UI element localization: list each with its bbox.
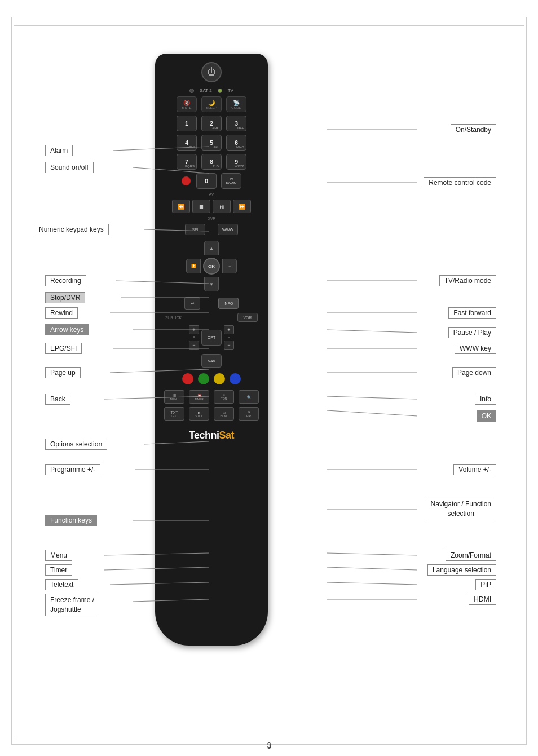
remote-code-label: Remote control code bbox=[424, 177, 496, 188]
svg-line-21 bbox=[327, 330, 417, 333]
num-row-1: 1 2ABC 3DEF bbox=[161, 116, 262, 131]
info-button[interactable]: INFO bbox=[218, 298, 239, 309]
txt-button[interactable]: TXT TEXT bbox=[164, 407, 184, 421]
num-2[interactable]: 2ABC bbox=[201, 116, 222, 131]
zoom-button[interactable]: 🔍 bbox=[239, 390, 259, 404]
sat2-label: SAT 2 bbox=[200, 88, 212, 93]
dvr-label: DVR bbox=[161, 216, 262, 220]
opt-button[interactable]: OPT bbox=[201, 330, 222, 346]
menu-button[interactable]: ☰ MENU bbox=[164, 390, 184, 404]
top-border-line bbox=[14, 25, 524, 26]
source-row: SAT 2 TV bbox=[189, 88, 233, 93]
code-button[interactable]: 📡 CODE bbox=[226, 96, 246, 112]
timer-button[interactable]: ⏰ TIMER bbox=[189, 390, 209, 404]
still-button[interactable]: ▶ STILL bbox=[189, 407, 209, 421]
color-buttons bbox=[182, 373, 241, 384]
sat1-indicator bbox=[189, 89, 194, 93]
stop-dvr-label: Stop/DVR bbox=[45, 292, 85, 303]
vol-minus[interactable]: − bbox=[224, 341, 234, 350]
menu-label: Menu bbox=[45, 550, 72, 561]
av-label: AV bbox=[161, 192, 262, 196]
num-7[interactable]: 7PQRS bbox=[177, 154, 197, 170]
bottom-row-1: ☰ MENU ⏰ TIMER ♫ TON 🔍 bbox=[161, 390, 262, 404]
navigation-cross: ▲ ⏫ OK ≡ ▼ bbox=[186, 241, 237, 291]
vol-plus-minus: + − − bbox=[224, 325, 234, 350]
green-button[interactable] bbox=[198, 373, 209, 384]
num-0[interactable]: 0 bbox=[196, 173, 217, 189]
num-8[interactable]: 8TUV bbox=[201, 154, 222, 170]
nav-up-button[interactable]: ▲ bbox=[204, 241, 219, 255]
svg-line-24 bbox=[327, 396, 417, 399]
num-3[interactable]: 3DEF bbox=[226, 116, 246, 131]
options-selection-label: Options selection bbox=[45, 439, 107, 450]
hdmi-switch-button[interactable]: ⊞ HDMI bbox=[214, 407, 234, 421]
tv-indicator bbox=[218, 89, 222, 93]
nav-left-button[interactable]: ⏫ bbox=[186, 259, 201, 273]
arrow-keys-label: Arrow keys bbox=[45, 324, 89, 335]
svg-line-30 bbox=[327, 582, 417, 585]
prog-minus[interactable]: − bbox=[189, 341, 199, 350]
prog-plus-minus: + P − bbox=[189, 325, 199, 350]
rewind-button[interactable]: ⏪ bbox=[172, 200, 190, 213]
tv-radio-button[interactable]: TVRADIO bbox=[221, 173, 241, 189]
svg-line-29 bbox=[327, 567, 417, 570]
red-button[interactable] bbox=[182, 373, 193, 384]
sfi-nav-www-row: SFI WWW bbox=[161, 224, 262, 235]
volume-pm-label: Volume +/- bbox=[453, 464, 496, 475]
yellow-button[interactable] bbox=[214, 373, 225, 384]
blue-button[interactable] bbox=[230, 373, 241, 384]
brand-sat: Sat bbox=[219, 430, 235, 441]
num-1[interactable]: 1 bbox=[177, 116, 197, 131]
fast-forward-button[interactable]: ⏩ bbox=[233, 200, 251, 213]
opt-section: + P − OPT + − − bbox=[161, 325, 262, 350]
www-button[interactable]: WWW bbox=[218, 224, 238, 235]
nav-ok-button[interactable]: OK bbox=[203, 258, 220, 275]
prog-label: P bbox=[189, 335, 199, 339]
back-info-row: ↩ INFO bbox=[161, 297, 262, 310]
nav-button[interactable]: NAV bbox=[201, 354, 222, 368]
sfi-button[interactable]: SFI bbox=[185, 224, 205, 235]
tv-label: TV bbox=[228, 88, 233, 93]
svg-line-25 bbox=[327, 410, 417, 416]
timer-label: Timer bbox=[45, 564, 72, 576]
connector-lines bbox=[23, 37, 513, 724]
nav-right-button[interactable]: ≡ bbox=[222, 259, 237, 273]
stop-button[interactable]: ⏹ bbox=[192, 200, 210, 213]
rewind-label: Rewind bbox=[45, 307, 78, 319]
prog-plus[interactable]: + bbox=[189, 325, 199, 334]
zoom-format-label: Zoom/Format bbox=[446, 550, 496, 561]
on-standby-label: On/Standby bbox=[451, 124, 496, 135]
power-button[interactable]: ⏻ bbox=[201, 62, 222, 82]
ok-label: OK bbox=[477, 410, 496, 422]
pause-play-label: Pause / Play bbox=[448, 327, 496, 338]
page-up-label: Page up bbox=[45, 367, 81, 378]
record-button[interactable] bbox=[182, 176, 191, 185]
zurück-vor-row: ZURÜCK VOR bbox=[161, 313, 262, 322]
num-9[interactable]: 9WXYZ bbox=[226, 154, 246, 170]
num-5[interactable]: 5JKL bbox=[201, 135, 222, 151]
vor-button[interactable]: VOR bbox=[237, 313, 258, 322]
page-down-label: Page down bbox=[452, 367, 496, 378]
vol-plus[interactable]: + bbox=[224, 325, 234, 334]
svg-line-28 bbox=[327, 553, 417, 555]
nav-down-button[interactable]: ▼ bbox=[204, 277, 219, 291]
alarm-label: Alarm bbox=[45, 145, 73, 156]
brand-label: TechniSat bbox=[189, 430, 234, 441]
pip-button[interactable]: ⧉ PiP bbox=[239, 407, 259, 421]
tv-radio-label: TV/Radio mode bbox=[439, 275, 496, 286]
ton-button[interactable]: ♫ TON bbox=[214, 390, 234, 404]
fast-forward-label: Fast forward bbox=[448, 307, 496, 319]
zurück-label: ZURÜCK bbox=[165, 316, 182, 320]
recording-label: Recording bbox=[45, 275, 86, 286]
sleep-button[interactable]: 🌙 SLEEP bbox=[201, 96, 222, 112]
freeze-frame-label: Freeze frame /Jogshuttle bbox=[45, 594, 99, 616]
info-label: Info bbox=[475, 394, 496, 405]
bottom-border-line bbox=[14, 739, 524, 739]
mute-button[interactable]: 🔇 MUTE bbox=[177, 96, 197, 112]
num-4[interactable]: 4GHI bbox=[177, 135, 197, 151]
pause-play-button[interactable]: ⏯ bbox=[213, 200, 231, 213]
back-button[interactable]: ↩ bbox=[184, 297, 200, 310]
programme-pm-label: Programme +/- bbox=[45, 464, 100, 475]
sound-on-off-label: Sound on/off bbox=[45, 162, 94, 173]
num-6[interactable]: 6MNO bbox=[226, 135, 246, 151]
